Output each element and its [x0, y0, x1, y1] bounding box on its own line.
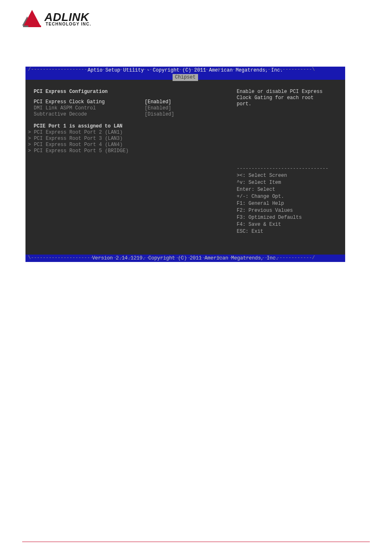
- border-bottom: \---------------------------------------…: [28, 255, 343, 261]
- submenu-port-4[interactable]: > PCI Express Root Port 4 (LAN4): [28, 142, 232, 148]
- border-top: /---------------------------------------…: [28, 67, 343, 73]
- logo-icon: [22, 9, 42, 29]
- bios-window: Aptio Setup Utility - Copyright (C) 2011…: [25, 67, 345, 262]
- logo-sub-text: TECHNOLOGY INC.: [46, 22, 91, 26]
- submenu-port-3[interactable]: > PCI Express Root Port 3 (LAN3): [28, 136, 232, 142]
- keyhelp-esc: ESC: Exit: [237, 229, 344, 235]
- bios-left-pane: PCI Express Configuration PCI Express Cl…: [25, 80, 235, 255]
- setting-subtractive-decode[interactable]: Subtractive Decode [Disabled]: [34, 111, 232, 118]
- keyhelp-enter: Enter: Select: [237, 187, 344, 193]
- setting-label: DMI Link ASPM Control: [34, 105, 145, 111]
- setting-label: Subtractive Decode: [34, 111, 145, 118]
- help-text: Enable or disable PCI Express Clock Gati…: [237, 89, 344, 107]
- keyhelp-f1: F1: General Help: [237, 201, 344, 207]
- setting-dmi-link-aspm[interactable]: DMI Link ASPM Control [Enabled]: [34, 105, 232, 111]
- page-footer-line: [22, 542, 370, 542]
- section-title: PCI Express Configuration: [34, 89, 232, 95]
- assigned-lan-note: PCIE Port 1 is assigned to LAN: [34, 123, 232, 130]
- setting-label: PCI Express Clock Gating: [34, 99, 145, 105]
- keyhelp-f2: F2: Previous Values: [237, 208, 344, 214]
- keyhelp-f4: F4: Save & Exit: [237, 222, 344, 228]
- submenu-port-2[interactable]: > PCI Express Root Port 2 (LAN1): [28, 130, 232, 136]
- right-divider: -------------------------------: [237, 166, 344, 172]
- setting-pci-express-clock-gating[interactable]: PCI Express Clock Gating [Enabled]: [34, 99, 232, 105]
- bios-right-pane: Enable or disable PCI Express Clock Gati…: [235, 80, 345, 255]
- keyhelp-select-screen: ><: Select Screen: [237, 173, 344, 179]
- keyhelp-change-opt: +/-: Change Opt.: [237, 194, 344, 200]
- setting-value: [Enabled]: [145, 99, 171, 105]
- setting-value: [Enabled]: [145, 105, 171, 111]
- keyhelp-f3: F3: Optimized Defaults: [237, 215, 344, 221]
- bios-body: /---------------------------------------…: [25, 80, 345, 255]
- keyhelp-select-item: ^v: Select Item: [237, 180, 344, 186]
- submenu-port-5[interactable]: > PCI Express Root Port 5 (BRIDGE): [28, 148, 232, 154]
- logo-main-text: ADLINK: [44, 12, 91, 23]
- logo: ADLINK TECHNOLOGY INC.: [22, 9, 91, 29]
- setting-value: [Disabled]: [145, 111, 174, 118]
